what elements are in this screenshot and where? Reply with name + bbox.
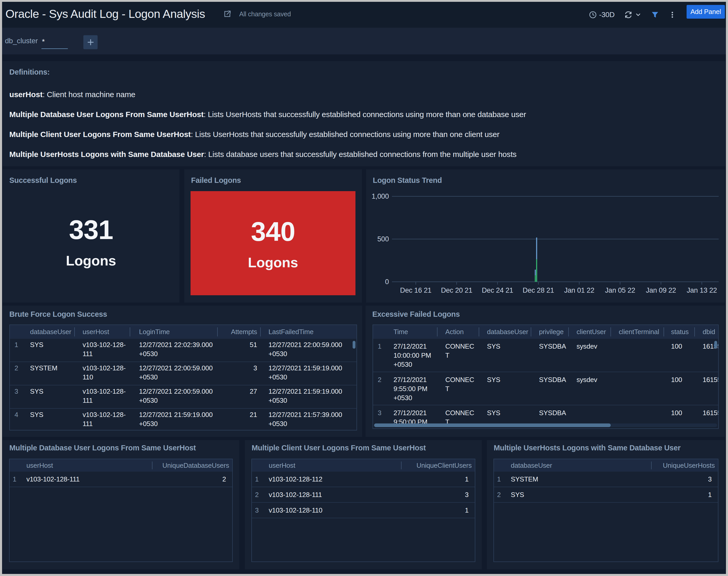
variables-bar: db_cluster [2, 28, 726, 54]
table-row[interactable]: 1 v103-102-128-112 1 [252, 472, 475, 487]
svg-text:Dec 28 21: Dec 28 21 [523, 286, 554, 294]
dashboard-app: Oracle - Sys Audit Log - Logon Analysis … [2, 2, 726, 574]
panel-brute-force: Brute Force Logon Success databaseUser u… [3, 306, 362, 437]
table-row[interactable]: 1 SYSTEM 3 [494, 472, 718, 487]
column-header[interactable]: databaseUser [479, 325, 531, 339]
table-row[interactable]: 1 27/12/2021 10:00:00 PM +0530 CONNECT S… [373, 339, 718, 372]
svg-text:Jan 05 22: Jan 05 22 [605, 286, 635, 294]
table-header-row: userHost UniqueClientUsers [252, 459, 475, 472]
excessive-failed-logons-table: Time Action databaseUser privilege clien… [372, 324, 719, 429]
filter-button[interactable] [651, 10, 659, 19]
column-header[interactable]: userHost [266, 459, 401, 472]
column-header[interactable]: UniqueDatabaseUsers [152, 459, 232, 472]
table-row[interactable]: 2 27/12/2021 9:55:00 PM +0530 CONNECT SY… [373, 372, 718, 405]
definition-item: Multiple Client User Logons From Same Us… [9, 130, 718, 139]
horizontal-scrollbar[interactable] [374, 424, 717, 427]
svg-text:500: 500 [377, 235, 389, 243]
panel-title: Failed Logons [191, 176, 241, 185]
svg-text:1,000: 1,000 [371, 193, 389, 200]
refresh-icon [624, 10, 633, 19]
table-row[interactable]: 1 v103-102-128-111 2 [9, 472, 232, 487]
refresh-control[interactable] [624, 10, 641, 19]
svg-text:Dec 20 21: Dec 20 21 [441, 286, 472, 294]
logon-status-trend-chart[interactable]: 05001,000Dec 16 21Dec 20 21Dec 24 21Dec … [366, 169, 725, 303]
multi-userhosts-table: databaseUser UniqueUserHosts 1 SYSTEM 3 … [493, 459, 719, 562]
table-row[interactable]: 4 SYS v103-102-128-111 12/27/2021 21:59:… [10, 408, 357, 430]
successful-logons-unit: Logons [66, 253, 116, 268]
panel-logon-status-trend: Logon Status Trend 05001,000Dec 16 21Dec… [366, 169, 725, 303]
multi-client-user-table: userHost UniqueClientUsers 1 v103-102-12… [251, 459, 475, 562]
add-variable-button[interactable] [83, 35, 98, 49]
column-header[interactable]: clientUser [568, 325, 610, 339]
column-header[interactable]: UniqueUserHosts [651, 459, 718, 472]
kebab-menu-icon [668, 11, 676, 19]
table-row[interactable]: 3 SYS v103-102-128-111 12/27/2021 22:00:… [10, 385, 357, 408]
table-row[interactable]: 2 v103-102-128-111 3 [252, 487, 475, 502]
table-header-row: Time Action databaseUser privilege clien… [373, 325, 718, 339]
vertical-scrollbar-thumb[interactable] [353, 341, 356, 349]
more-menu-button[interactable] [668, 11, 676, 19]
failed-logons-tile: 340 Logons [190, 191, 356, 295]
variable-input[interactable] [41, 35, 68, 49]
table-header-row: databaseUser UniqueUserHosts [494, 459, 718, 472]
failed-logons-unit: Logons [248, 254, 298, 270]
header-bar: Oracle - Sys Audit Log - Logon Analysis … [2, 2, 726, 28]
horizontal-scrollbar-thumb[interactable] [374, 424, 611, 427]
column-header[interactable]: Action [437, 325, 479, 339]
panel-definitions: Definitions: userHost: Client host machi… [3, 61, 725, 166]
column-header[interactable]: userHost [24, 459, 152, 472]
panel-title: Multiple UserHosts Logons with Same Data… [494, 444, 680, 452]
save-status: All changes saved [239, 10, 291, 18]
variable-label: db_cluster [5, 37, 38, 45]
svg-text:Dec 24 21: Dec 24 21 [482, 286, 513, 294]
column-header[interactable]: Attempts [217, 325, 260, 339]
plus-icon [87, 38, 94, 46]
table-row[interactable]: 2 SYS 1 [494, 487, 718, 502]
panel-failed-logons: Failed Logons 340 Logons [184, 169, 362, 303]
add-panel-button[interactable]: Add Panel [687, 5, 725, 19]
share-icon[interactable] [223, 9, 232, 19]
failed-logons-value: 340 [251, 216, 295, 247]
time-range-value: -30D [599, 10, 615, 19]
window-frame: Oracle - Sys Audit Log - Logon Analysis … [0, 0, 728, 576]
brute-force-table: databaseUser userHost LoginTime Attempts… [9, 324, 357, 430]
table-header-row: databaseUser userHost LoginTime Attempts… [10, 325, 357, 339]
clock-icon [589, 10, 597, 19]
column-header[interactable]: databaseUser [24, 325, 74, 339]
column-header[interactable]: dbid [694, 325, 718, 339]
panel-successful-logons: Successful Logons 331 Logons [3, 169, 179, 303]
time-range-control[interactable]: -30D [589, 10, 615, 19]
panel-title: Brute Force Logon Success [9, 310, 107, 319]
svg-text:0: 0 [385, 278, 389, 286]
column-header[interactable]: privilege [531, 325, 568, 339]
table-row[interactable]: 2 SYSTEM v103-102-128-110 12/27/2021 22:… [10, 362, 357, 385]
svg-text:Dec 16 21: Dec 16 21 [400, 286, 431, 294]
svg-text:Jan 01 22: Jan 01 22 [564, 286, 595, 294]
definitions-heading: Definitions: [9, 68, 50, 77]
panel-multi-db-user-logons: Multiple Database User Logons From Same … [3, 440, 239, 569]
table-row[interactable]: 3 v103-102-128-110 1 [252, 502, 475, 518]
column-header[interactable]: clientTerminal [610, 325, 664, 339]
column-header[interactable]: databaseUser [508, 459, 651, 472]
column-header[interactable]: userHost [74, 325, 130, 339]
panel-title: Multiple Client User Logons From Same Us… [252, 444, 426, 452]
definition-item: userHost: Client host machine name [9, 90, 718, 99]
multi-db-user-table: userHost UniqueDatabaseUsers 1 v103-102-… [9, 459, 233, 562]
vertical-scrollbar-thumb[interactable] [714, 341, 717, 349]
definitions-body: userHost: Client host machine name Multi… [9, 90, 718, 170]
column-header[interactable]: LastFailedTime [260, 325, 357, 339]
column-header[interactable]: UniqueClientUsers [401, 459, 475, 472]
panel-multi-userhosts-logons: Multiple UserHosts Logons with Same Data… [487, 440, 725, 569]
column-header[interactable]: Time [388, 325, 437, 339]
successful-logons-value: 331 [69, 214, 113, 245]
panel-title: Multiple Database User Logons From Same … [9, 444, 196, 452]
definition-item: Multiple Database User Logons From Same … [9, 110, 718, 119]
column-header[interactable]: LoginTime [130, 325, 217, 339]
column-header[interactable]: status [664, 325, 694, 339]
table-row[interactable]: 1 SYS v103-102-128-111 12/27/2021 22:02:… [10, 339, 357, 362]
panel-title: Excessive Failed Logons [372, 310, 460, 319]
svg-text:Jan 13 22: Jan 13 22 [687, 286, 717, 294]
svg-text:Jan 09 22: Jan 09 22 [646, 286, 676, 294]
table-header-row: userHost UniqueDatabaseUsers [9, 459, 232, 472]
page-title: Oracle - Sys Audit Log - Logon Analysis [5, 7, 205, 21]
